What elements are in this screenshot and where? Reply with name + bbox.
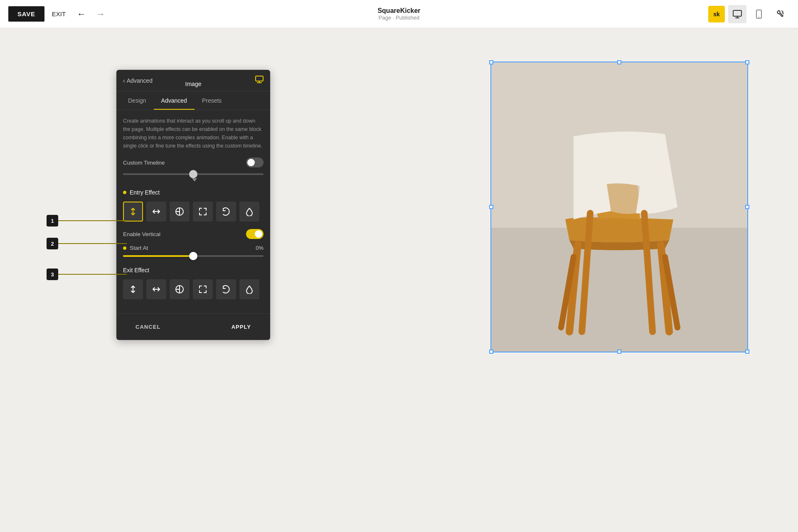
panel-header: ‹ Advanced Image bbox=[116, 70, 270, 91]
mobile-view-button[interactable] bbox=[750, 5, 768, 23]
entry-effect-buttons bbox=[123, 202, 264, 222]
enable-vertical-toggle[interactable] bbox=[246, 229, 264, 239]
entry-effect-header: Entry Effect bbox=[123, 189, 264, 196]
start-at-row: Start At 0% bbox=[123, 245, 264, 251]
annotation-line-3 bbox=[58, 274, 127, 275]
entry-effect-expand-btn[interactable] bbox=[193, 202, 213, 222]
enable-vertical-row: Enable Vertical bbox=[123, 229, 264, 239]
panel-back-label: Advanced bbox=[127, 77, 153, 84]
entry-effect-drop-btn[interactable] bbox=[239, 202, 259, 222]
panel-footer: CANCEL APPLY bbox=[116, 313, 270, 340]
save-button[interactable]: SAVE bbox=[8, 6, 44, 22]
tab-advanced[interactable]: Advanced bbox=[154, 91, 195, 110]
timeline-marker bbox=[192, 178, 197, 182]
annotation-1: 1 bbox=[47, 215, 127, 227]
cancel-button[interactable]: CANCEL bbox=[129, 320, 167, 333]
annotation-line-1 bbox=[58, 220, 127, 221]
annotation-2: 2 bbox=[47, 238, 127, 249]
start-at-value: 0% bbox=[256, 245, 264, 251]
annotation-box-3: 3 bbox=[47, 268, 58, 280]
annotation-line-2 bbox=[58, 243, 127, 244]
annotation-box-2: 2 bbox=[47, 238, 58, 249]
annotation-box-1: 1 bbox=[47, 215, 58, 227]
annotation-3: 3 bbox=[47, 268, 127, 280]
start-at-slider bbox=[123, 255, 264, 257]
svg-rect-0 bbox=[733, 10, 741, 16]
panel-body: Create animations that interact as you s… bbox=[116, 110, 270, 313]
exit-effect-move-btn[interactable] bbox=[123, 279, 143, 299]
custom-timeline-toggle[interactable] bbox=[246, 158, 264, 167]
entry-effect-dot bbox=[123, 191, 126, 194]
panel-back-button[interactable]: ‹ Advanced bbox=[123, 77, 153, 84]
tools-button[interactable] bbox=[771, 5, 790, 23]
app-title: SquareKicker bbox=[377, 7, 420, 15]
page-status: Page · Published bbox=[377, 15, 420, 21]
exit-effect-drop-btn[interactable] bbox=[239, 279, 259, 299]
topbar-right: sk bbox=[708, 5, 790, 23]
sk-logo: sk bbox=[708, 6, 725, 22]
desktop-view-button[interactable] bbox=[728, 5, 746, 23]
exit-effect-expand-btn[interactable] bbox=[193, 279, 213, 299]
chair-image[interactable] bbox=[490, 62, 748, 352]
image-container bbox=[490, 62, 748, 352]
entry-effect-title: Entry Effect bbox=[130, 189, 160, 196]
topbar-nav: ← → bbox=[74, 7, 108, 22]
exit-effect-split-btn[interactable] bbox=[170, 279, 190, 299]
start-at-slider-thumb[interactable] bbox=[189, 252, 197, 260]
exit-effect-rotate-btn[interactable] bbox=[216, 279, 236, 299]
undo-button[interactable]: ← bbox=[74, 7, 89, 22]
exit-effect-horizontal-btn[interactable] bbox=[146, 279, 166, 299]
timeline-slider-container bbox=[123, 173, 264, 185]
chevron-left-icon: ‹ bbox=[123, 77, 125, 84]
redo-button[interactable]: → bbox=[93, 7, 108, 22]
tab-design[interactable]: Design bbox=[121, 91, 154, 110]
start-at-label-group: Start At bbox=[123, 245, 148, 251]
scroll-animation-description: Create animations that interact as you s… bbox=[123, 117, 264, 150]
panel-tabs: Design Advanced Presets bbox=[116, 91, 270, 110]
panel-title: Image bbox=[185, 81, 202, 87]
timeline-slider-track bbox=[123, 173, 264, 175]
exit-effect-buttons bbox=[123, 279, 264, 299]
apply-button[interactable]: APPLY bbox=[225, 320, 258, 333]
topbar-center: SquareKicker Page · Published bbox=[377, 7, 420, 21]
svg-point-2 bbox=[759, 17, 759, 17]
monitor-icon bbox=[255, 76, 264, 85]
topbar: SAVE EXIT ← → SquareKicker Page · Publis… bbox=[0, 0, 798, 28]
entry-effect-horizontal-btn[interactable] bbox=[146, 202, 166, 222]
exit-effect-header: Exit Effect bbox=[123, 267, 264, 273]
start-at-label: Start At bbox=[130, 245, 148, 251]
settings-panel: ‹ Advanced Image Design Advanced Presets… bbox=[116, 70, 270, 340]
custom-timeline-row: Custom Timeline bbox=[123, 158, 264, 167]
timeline-slider-thumb[interactable] bbox=[189, 170, 197, 178]
enable-vertical-label: Enable Vertical bbox=[123, 231, 160, 237]
start-at-slider-fill bbox=[123, 255, 193, 257]
entry-effect-split-btn[interactable] bbox=[170, 202, 190, 222]
exit-effect-title: Exit Effect bbox=[123, 267, 149, 273]
custom-timeline-label: Custom Timeline bbox=[123, 160, 165, 166]
tab-presets[interactable]: Presets bbox=[195, 91, 229, 110]
svg-rect-3 bbox=[256, 76, 263, 81]
exit-button[interactable]: EXIT bbox=[52, 10, 66, 17]
entry-effect-rotate-btn[interactable] bbox=[216, 202, 236, 222]
canvas-area: ‹ Advanced Image Design Advanced Presets… bbox=[0, 28, 798, 532]
